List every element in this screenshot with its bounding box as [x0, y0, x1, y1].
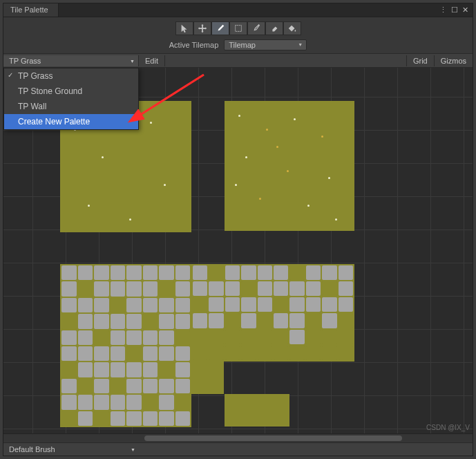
tile-grass-3[interactable] [191, 362, 224, 394]
box-tool-icon[interactable] [229, 21, 247, 35]
window-maximize-icon[interactable]: ☐ [451, 6, 458, 15]
palette-dropdown-menu: TP Grass TP Stone Ground TP Wall Create … [3, 68, 139, 130]
brush-dropdown[interactable]: Default Brush [3, 444, 139, 455]
tile-grass-4[interactable] [225, 394, 289, 427]
active-tilemap-label: Active Tilemap [169, 41, 219, 49]
palette-option-create-new[interactable]: Create New Palette [4, 114, 138, 129]
watermark: CSDN @IX_V [426, 424, 470, 431]
fill-tool-icon[interactable] [283, 21, 301, 35]
tab-tile-palette[interactable]: Tile Palette [3, 3, 59, 17]
palette-option-stone[interactable]: TP Stone Ground [4, 84, 138, 99]
edit-button[interactable]: Edit [139, 55, 165, 66]
horizontal-scrollbar[interactable] [3, 433, 473, 442]
tilemap-dropdown[interactable]: Tilemap [224, 39, 307, 50]
tile-stone-2[interactable] [191, 264, 354, 362]
picker-tool-icon[interactable] [247, 21, 265, 35]
select-tool-icon[interactable] [175, 21, 193, 35]
tile-grass-2[interactable] [225, 101, 354, 231]
gizmos-toggle[interactable]: Gizmos [434, 55, 473, 66]
tile-canvas[interactable]: TP Grass TP Stone Ground TP Wall Create … [3, 68, 473, 442]
palette-dropdown[interactable]: TP Grass [3, 55, 139, 66]
grid-toggle[interactable]: Grid [406, 55, 434, 66]
window-menu-icon[interactable]: ⋮ [439, 6, 447, 15]
svg-rect-0 [235, 26, 241, 32]
palette-option-wall[interactable]: TP Wall [4, 99, 138, 114]
move-tool-icon[interactable] [193, 21, 211, 35]
palette-option-grass[interactable]: TP Grass [4, 68, 138, 84]
eraser-tool-icon[interactable] [265, 21, 283, 35]
window-close-icon[interactable]: ✕ [462, 6, 468, 15]
tile-stone-1[interactable] [60, 264, 191, 427]
scrollbar-thumb[interactable] [144, 435, 402, 441]
brush-tool-icon[interactable] [211, 21, 229, 35]
